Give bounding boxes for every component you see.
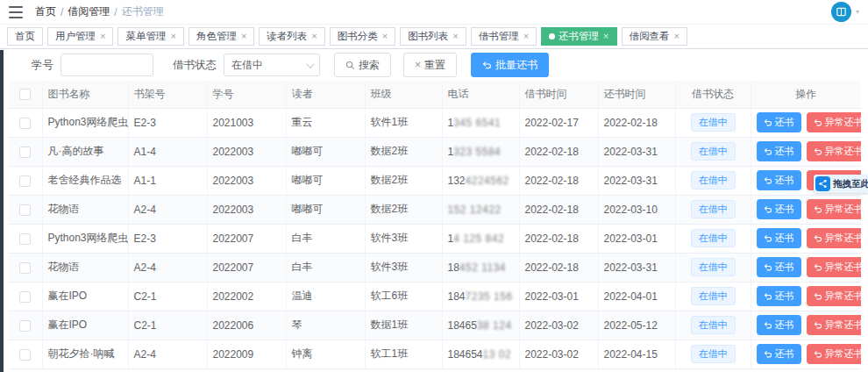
row-checkbox[interactable] xyxy=(19,147,31,158)
row-checkbox[interactable] xyxy=(19,349,31,361)
table-body: Python3网络爬虫开发E2-32021003重云软件1班1345 65412… xyxy=(9,108,861,368)
tab-5[interactable]: 图书分类× xyxy=(330,27,395,46)
tab-0[interactable]: 首页 xyxy=(7,27,43,46)
batch-return-button[interactable]: 批量还书 xyxy=(471,53,549,77)
borrow-date: 2022-02-18 xyxy=(525,204,579,216)
student-id: 2022003 xyxy=(213,175,254,187)
return-book-button[interactable]: 还书 xyxy=(757,199,801,219)
tab-6[interactable]: 图书列表× xyxy=(400,27,466,46)
table-row: 花物语A2-42022007白丰软件3班18452 11342022-02-18… xyxy=(9,253,861,282)
shelf-no: C2-1 xyxy=(134,290,157,303)
table-header-row: 图书名称 书架号 学号 读者 班级 电话 借书时间 还书时间 借书状态 操作 xyxy=(9,81,861,108)
tab-close-icon[interactable]: × xyxy=(170,32,175,41)
row-checkbox[interactable] xyxy=(19,175,31,187)
tab-4[interactable]: 读者列表× xyxy=(259,27,324,46)
phone-number: 1345 6541 xyxy=(448,117,502,129)
tab-close-icon[interactable]: × xyxy=(603,32,608,41)
reset-button[interactable]: × 重置 xyxy=(403,53,457,77)
abnormal-return-button[interactable]: 异常还书 xyxy=(807,141,862,161)
abnormal-return-label: 异常还书 xyxy=(825,347,862,361)
table-row: 赢在IPOC2-12022006琴数据1班1846538 1242022-03-… xyxy=(9,311,861,340)
return-date: 2022-03-01 xyxy=(604,232,658,245)
table-row: 花物语A2-42022003嘟嘟可数据2班152 124222022-02-18… xyxy=(9,195,861,224)
abnormal-return-button[interactable]: 异常还书 xyxy=(807,286,862,306)
return-book-button[interactable]: 还书 xyxy=(757,286,801,306)
tab-label: 图书分类 xyxy=(338,30,378,43)
return-date: 2022-04-15 xyxy=(604,348,658,361)
student-id-input[interactable] xyxy=(60,54,153,76)
borrow-date: 2022-03-01 xyxy=(525,290,579,303)
abnormal-return-button[interactable]: 异常还书 xyxy=(807,228,862,248)
row-checkbox[interactable] xyxy=(19,291,31,303)
abnormal-return-button[interactable]: 异常还书 xyxy=(807,112,862,132)
class-name: 软件1班 xyxy=(371,116,409,128)
row-checkbox[interactable] xyxy=(19,233,31,245)
phone-number: 152 12422 xyxy=(448,204,502,216)
row-checkbox[interactable] xyxy=(19,204,31,216)
row-checkbox[interactable] xyxy=(19,118,31,129)
row-checkbox[interactable] xyxy=(19,262,31,274)
return-book-button[interactable]: 还书 xyxy=(757,112,801,132)
return-book-button[interactable]: 还书 xyxy=(757,257,801,277)
user-avatar[interactable] xyxy=(831,2,851,22)
student-id: 2022007 xyxy=(213,232,254,245)
tab-close-icon[interactable]: × xyxy=(452,32,458,41)
menu-toggle-icon[interactable] xyxy=(9,6,23,18)
col-actions: 操作 xyxy=(751,81,861,108)
tab-label: 用户管理 xyxy=(55,30,96,43)
return-date: 2022-04-01 xyxy=(604,290,658,303)
return-book-button[interactable]: 还书 xyxy=(757,141,801,161)
tab-close-icon[interactable]: × xyxy=(382,32,388,41)
status-badge: 在借中 xyxy=(691,142,736,161)
abnormal-return-button[interactable]: 异常还书 xyxy=(807,344,862,364)
tab-7[interactable]: 借书管理× xyxy=(471,27,537,46)
tab-9[interactable]: 借阅查看× xyxy=(622,27,687,46)
phone-number: 1324224562 xyxy=(448,175,509,187)
avatar-book-icon xyxy=(836,6,847,18)
tab-2[interactable]: 菜单管理× xyxy=(117,27,183,46)
class-name: 数据1班 xyxy=(371,318,409,331)
breadcrumb-borrow-mgmt[interactable]: 借阅管理 xyxy=(68,4,110,19)
tab-close-icon[interactable]: × xyxy=(241,32,246,41)
reader-name: 白丰 xyxy=(292,261,313,273)
filter-bar: 学号 借书状态 在借中 搜索 × 重置 批量还书 xyxy=(0,49,868,81)
tab-3[interactable]: 角色管理× xyxy=(189,27,254,46)
student-id: 2021003 xyxy=(213,117,254,129)
breadcrumb-separator: / xyxy=(60,6,63,18)
avatar-caret-icon[interactable]: ▾ xyxy=(856,8,859,16)
tab-8-active[interactable]: 还书管理× xyxy=(541,27,616,46)
row-checkbox[interactable] xyxy=(19,320,31,332)
breadcrumb-home[interactable]: 首页 xyxy=(35,4,56,19)
col-book-name: 图书名称 xyxy=(42,81,128,108)
student-id: 2022007 xyxy=(213,261,254,274)
tab-close-icon[interactable]: × xyxy=(523,32,529,41)
tab-1[interactable]: 用户管理× xyxy=(47,27,113,46)
borrow-status-select[interactable]: 在借中 xyxy=(224,54,320,76)
class-name: 软工6班 xyxy=(371,290,409,302)
drag-upload-float-widget[interactable]: 拖拽至此上 xyxy=(814,175,868,193)
search-button[interactable]: 搜索 xyxy=(334,53,391,77)
reader-name: 重云 xyxy=(292,116,313,128)
abnormal-return-button[interactable]: 异常还书 xyxy=(807,199,862,219)
shelf-no: C2-1 xyxy=(134,319,157,332)
book-name: Python3网络爬虫开发 xyxy=(48,232,129,244)
return-book-label: 还书 xyxy=(775,203,794,216)
return-book-button[interactable]: 还书 xyxy=(757,170,801,190)
return-book-button[interactable]: 还书 xyxy=(757,344,801,364)
tab-close-icon[interactable]: × xyxy=(100,32,105,41)
return-book-button[interactable]: 还书 xyxy=(757,228,801,248)
shelf-no: A1-1 xyxy=(134,175,156,187)
book-name: 花物语 xyxy=(48,203,80,215)
tab-label: 借书管理 xyxy=(479,30,519,43)
abnormal-return-button[interactable]: 异常还书 xyxy=(807,315,862,335)
breadcrumb-current: 还书管理 xyxy=(122,4,164,19)
col-borrow-date: 借书时间 xyxy=(519,81,598,108)
abnormal-return-button[interactable]: 异常还书 xyxy=(807,257,862,277)
abnormal-return-label: 异常还书 xyxy=(825,290,862,303)
select-all-checkbox[interactable] xyxy=(19,89,31,100)
tab-close-icon[interactable]: × xyxy=(311,32,317,41)
tab-close-icon[interactable]: × xyxy=(674,32,679,41)
collapsed-sidebar-strip[interactable] xyxy=(0,50,4,372)
tab-label: 首页 xyxy=(15,30,35,43)
return-book-button[interactable]: 还书 xyxy=(757,315,801,335)
